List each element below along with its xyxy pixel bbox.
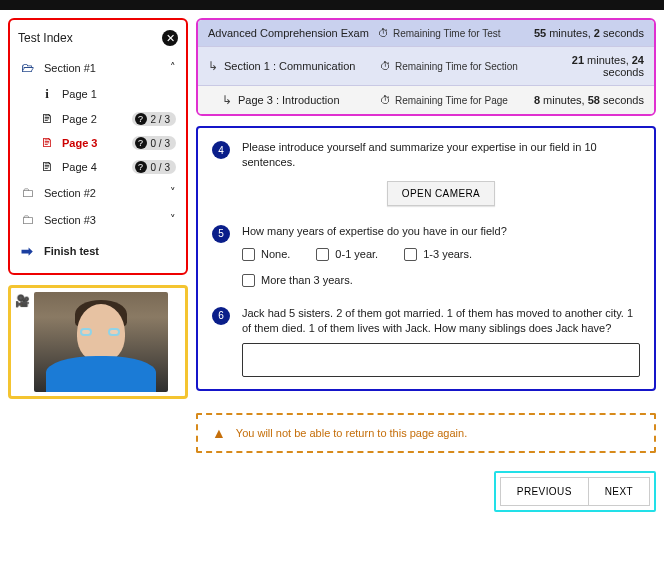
section-label: Section #3 xyxy=(44,214,160,226)
warning-banner: ▲ You will not be able to return to this… xyxy=(196,413,656,453)
exit-icon: ➡ xyxy=(20,243,34,259)
page-4-row[interactable]: 🖹 Page 4 ?0 / 3 xyxy=(18,155,178,179)
webcam-panel: 🎥 xyxy=(8,285,188,399)
timer-mid: Remaining Time for Test xyxy=(393,28,501,39)
option-1-3[interactable]: 1-3 years. xyxy=(404,247,472,262)
timer-row-page: ↳ Page 3 : Introduction ⏱Remaining Time … xyxy=(198,86,654,114)
page-label: Page 4 xyxy=(62,161,124,173)
page-3-row[interactable]: 🖹 Page 3 ?0 / 3 xyxy=(18,131,178,155)
timer-row-section: ↳ Section 1 : Communication ⏱Remaining T… xyxy=(198,47,654,86)
folder-open-icon: 🗁 xyxy=(20,60,34,75)
clock-icon: ⏱ xyxy=(380,60,391,72)
timer-panel: Advanced Comprehension Exam ⏱Remaining T… xyxy=(196,18,656,116)
clock-icon: ⏱ xyxy=(380,94,391,106)
progress-badge: ?0 / 3 xyxy=(132,160,176,174)
section-label: Section #1 xyxy=(44,62,160,74)
chevron-down-icon: ˅ xyxy=(170,213,176,226)
webcam-feed xyxy=(34,292,168,392)
timer-mid: Remaining Time for Page xyxy=(395,95,508,106)
timer-value: 21 minutes, 24 seconds xyxy=(530,54,644,78)
close-icon[interactable]: ✕ xyxy=(162,30,178,46)
question-text: How many years of expertise do you have … xyxy=(242,224,640,239)
document-icon: 🖹 xyxy=(40,136,54,150)
timer-mid: Remaining Time for Section xyxy=(395,61,518,72)
timer-title: Advanced Comprehension Exam xyxy=(208,27,378,39)
checkbox-icon xyxy=(242,248,255,261)
warning-text: You will not be able to return to this p… xyxy=(236,427,467,439)
test-index-panel: Test Index ✕ 🗁 Section #1 ˄ i Page 1 🖹 P… xyxy=(8,18,188,275)
page-label: Page 2 xyxy=(62,113,124,125)
section-3-row[interactable]: 🗀 Section #3 ˅ xyxy=(18,206,178,233)
timer-row-test: Advanced Comprehension Exam ⏱Remaining T… xyxy=(198,20,654,47)
timer-value: 55 minutes, 2 seconds xyxy=(528,27,644,39)
finish-test-button[interactable]: ➡ Finish test xyxy=(18,233,178,263)
page-2-row[interactable]: 🖹 Page 2 ?2 / 3 xyxy=(18,107,178,131)
answer-input[interactable] xyxy=(242,343,640,377)
questions-panel: 4 Please introduce yourself and summariz… xyxy=(196,126,656,391)
folder-icon: 🗀 xyxy=(20,185,34,200)
warning-icon: ▲ xyxy=(212,425,226,441)
question-number: 4 xyxy=(212,141,230,159)
indent-arrow-icon: ↳ xyxy=(222,93,232,107)
question-mark-icon: ? xyxy=(135,113,147,125)
section-2-row[interactable]: 🗀 Section #2 ˅ xyxy=(18,179,178,206)
finish-label: Finish test xyxy=(44,245,99,257)
progress-badge: ?2 / 3 xyxy=(132,112,176,126)
checkbox-icon xyxy=(242,274,255,287)
option-none[interactable]: None. xyxy=(242,247,290,262)
next-button[interactable]: NEXT xyxy=(588,477,650,506)
chevron-up-icon: ˄ xyxy=(170,61,176,74)
document-icon: 🖹 xyxy=(40,112,54,126)
question-mark-icon: ? xyxy=(135,137,147,149)
page-1-row[interactable]: i Page 1 xyxy=(18,81,178,107)
window-topbar xyxy=(0,0,664,10)
timer-title: Section 1 : Communication xyxy=(224,60,380,72)
question-number: 5 xyxy=(212,225,230,243)
checkbox-icon xyxy=(404,248,417,261)
folder-icon: 🗀 xyxy=(20,212,34,227)
option-0-1[interactable]: 0-1 year. xyxy=(316,247,378,262)
checkbox-icon xyxy=(316,248,329,261)
question-text: Jack had 5 sisters. 2 of them got marrie… xyxy=(242,306,640,337)
progress-badge: ?0 / 3 xyxy=(132,136,176,150)
camera-icon: 🎥 xyxy=(15,294,30,308)
question-text: Please introduce yourself and summarize … xyxy=(242,140,640,171)
page-label: Page 3 xyxy=(62,137,124,149)
question-5: 5 How many years of expertise do you hav… xyxy=(212,224,640,288)
open-camera-button[interactable]: OPEN CAMERA xyxy=(387,181,495,206)
section-1-row[interactable]: 🗁 Section #1 ˄ xyxy=(18,54,178,81)
question-mark-icon: ? xyxy=(135,161,147,173)
timer-value: 8 minutes, 58 seconds xyxy=(530,94,644,106)
question-4: 4 Please introduce yourself and summariz… xyxy=(212,140,640,206)
nav-buttons: PREVIOUS NEXT xyxy=(494,471,656,512)
page-label: Page 1 xyxy=(62,88,176,100)
indent-arrow-icon: ↳ xyxy=(208,59,218,73)
document-icon: 🖹 xyxy=(40,160,54,174)
test-index-title: Test Index xyxy=(18,31,73,45)
option-3plus[interactable]: More than 3 years. xyxy=(242,273,640,288)
previous-button[interactable]: PREVIOUS xyxy=(500,477,588,506)
chevron-down-icon: ˅ xyxy=(170,186,176,199)
info-icon: i xyxy=(40,86,54,102)
clock-icon: ⏱ xyxy=(378,27,389,39)
question-6: 6 Jack had 5 sisters. 2 of them got marr… xyxy=(212,306,640,377)
section-label: Section #2 xyxy=(44,187,160,199)
question-number: 6 xyxy=(212,307,230,325)
timer-title: Page 3 : Introduction xyxy=(238,94,380,106)
